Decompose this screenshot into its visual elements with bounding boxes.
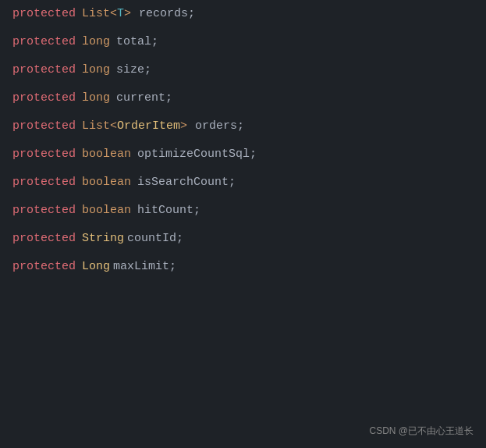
keyword-protected-5: protected: [12, 117, 76, 136]
code-line-2: protected long total;: [12, 28, 474, 56]
type-list-1: List<T>: [82, 5, 131, 23]
code-line-6: protected boolean optimizeCountSql;: [12, 140, 474, 169]
var-hitcount: hitCount;: [137, 201, 200, 220]
keyword-protected-3: protected: [12, 61, 76, 80]
keyword-protected-7: protected: [12, 173, 76, 192]
var-total: total;: [116, 33, 158, 52]
type-long-2: long: [82, 61, 110, 80]
type-long-1: long: [82, 33, 110, 52]
var-issearchcount: isSearchCount;: [137, 173, 236, 192]
type-long-class: Long: [82, 258, 110, 276]
type-boolean-3: boolean: [82, 201, 131, 220]
var-records: records;: [139, 5, 195, 23]
type-boolean-1: boolean: [82, 145, 131, 164]
keyword-protected-2: protected: [12, 33, 76, 52]
code-line-10: protected Long maxLimit;: [12, 253, 474, 281]
keyword-protected-8: protected: [12, 201, 76, 220]
var-current: current;: [116, 89, 172, 108]
type-list-2: List<OrderItem>: [82, 117, 187, 136]
code-line-3: protected long size;: [12, 56, 474, 84]
code-line-5: protected List<OrderItem> orders;: [12, 112, 474, 140]
var-optimizecountsql: optimizeCountSql;: [137, 145, 257, 164]
code-line-1: protected List<T> records;: [12, 0, 474, 28]
keyword-protected-1: protected: [12, 5, 76, 23]
type-string: String: [82, 229, 124, 248]
code-line-8: protected boolean hitCount;: [12, 197, 474, 225]
var-orders: orders;: [195, 117, 244, 136]
keyword-protected-6: protected: [12, 145, 76, 164]
watermark: CSDN @已不由心王道长: [369, 424, 474, 439]
code-line-9: protected String countId;: [12, 225, 474, 253]
keyword-protected-10: protected: [12, 258, 76, 276]
code-block: protected List<T> records; protected lon…: [0, 0, 486, 290]
var-countid: countId;: [127, 229, 183, 248]
code-line-7: protected boolean isSearchCount;: [12, 169, 474, 197]
keyword-protected-9: protected: [12, 229, 76, 248]
generic-t: T: [117, 7, 124, 20]
generic-orderitem: OrderItem: [117, 119, 180, 133]
var-maxlimit: maxLimit;: [113, 258, 176, 276]
type-long-3: long: [82, 89, 110, 108]
var-size: size;: [116, 61, 151, 80]
code-line-4: protected long current;: [12, 84, 474, 112]
keyword-protected-4: protected: [12, 89, 76, 108]
type-boolean-2: boolean: [82, 173, 131, 192]
